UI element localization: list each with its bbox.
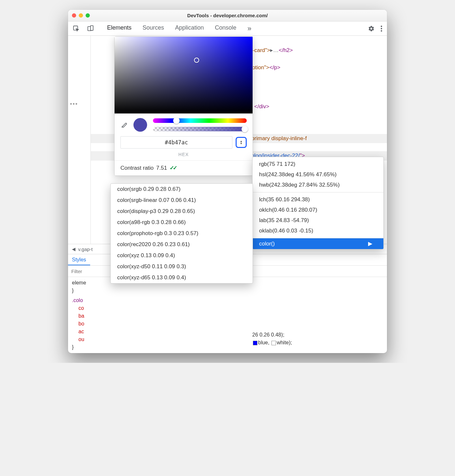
chevron-down-icon: ▼ — [240, 142, 242, 145]
saturation-value-field[interactable] — [115, 37, 253, 113]
submenu-option[interactable]: color(a98-rgb 0.3 0.28 0.66) — [111, 217, 253, 228]
format-option-label: color() — [259, 241, 275, 247]
submenu-option[interactable]: color(xyz-d50 0.11 0.09 0.3) — [111, 261, 253, 272]
tab-application[interactable]: Application — [175, 24, 204, 33]
submenu-option[interactable]: color(display-p3 0.29 0.28 0.65) — [111, 206, 253, 217]
submenu-option[interactable]: color(srgb 0.29 0.28 0.67) — [111, 184, 253, 195]
styles-filter-input[interactable] — [71, 269, 104, 274]
hue-slider[interactable] — [153, 118, 247, 123]
device-toolbar-icon[interactable] — [87, 25, 94, 32]
alpha-slider[interactable] — [153, 127, 247, 131]
color-function-submenu: color(srgb 0.29 0.28 0.67) color(srgb-li… — [110, 183, 253, 284]
tab-styles[interactable]: Styles — [68, 255, 90, 265]
rule-selector: .colo — [72, 298, 83, 303]
rule-selector: eleme — [72, 280, 86, 285]
code-text: … — [273, 47, 279, 53]
svg-point-4 — [381, 28, 382, 29]
format-option[interactable]: hsl(242.38deg 41.56% 47.65%) — [253, 169, 383, 180]
css-property[interactable]: ac — [78, 328, 383, 336]
contrast-row[interactable]: Contrast ratio 7.51 ✓✓ — [115, 161, 253, 176]
hue-thumb[interactable] — [173, 117, 180, 124]
format-option[interactable]: oklch(0.46 0.16 280.07) — [253, 205, 383, 215]
gutter: ••• — [68, 36, 91, 244]
window-controls — [72, 13, 90, 18]
panel-tabs: Elements Sources Application Console » — [107, 24, 251, 33]
code-text: </p> — [269, 64, 280, 71]
hex-input[interactable] — [120, 136, 232, 149]
color-swatch-icon[interactable] — [271, 341, 276, 345]
css-property[interactable]: bo — [78, 320, 383, 328]
format-option[interactable]: rgb(75 71 172) — [253, 159, 383, 169]
devtools-window: DevTools - developer.chrome.com/ Element… — [68, 10, 387, 353]
submenu-option[interactable]: color(srgb-linear 0.07 0.06 0.41) — [111, 195, 253, 206]
tab-elements[interactable]: Elements — [107, 24, 131, 33]
devtools-toolbar: Elements Sources Application Console » — [68, 21, 387, 36]
window-title: DevTools - developer.chrome.com/ — [68, 13, 387, 18]
css-value: white — [277, 340, 289, 345]
format-option[interactable]: lab(35 24.83 -54.79) — [253, 215, 383, 226]
styles-pane[interactable]: eleme } .colo co ba bo ac ou } 26 0.26 0… — [68, 277, 387, 353]
format-option[interactable]: oklab(0.46 0.03 -0.15) — [253, 226, 383, 236]
close-window-button[interactable] — [72, 13, 76, 18]
format-option-selected[interactable]: color() ▶ — [253, 238, 383, 249]
css-value: 26 0.26 0.48); — [252, 332, 284, 337]
titlebar: DevTools - developer.chrome.com/ — [68, 10, 387, 21]
css-value: ); — [289, 340, 292, 345]
tab-console[interactable]: Console — [215, 24, 236, 33]
eyedropper-icon[interactable] — [120, 121, 128, 128]
current-color-swatch — [133, 118, 147, 132]
settings-icon[interactable] — [368, 25, 375, 32]
zoom-window-button[interactable] — [86, 13, 90, 18]
context-ellipsis-icon[interactable]: ••• — [70, 101, 78, 108]
format-option[interactable]: lch(35 60.16 294.38) — [253, 194, 383, 205]
svg-point-5 — [381, 30, 382, 31]
submenu-option[interactable]: color(xyz-d65 0.13 0.09 0.4) — [111, 272, 253, 283]
breadcrumb-item[interactable]: v.gap-t — [78, 246, 93, 252]
chevron-right-icon: ▶ — [368, 240, 372, 247]
color-format-stepper[interactable]: ▲ ▼ — [236, 137, 247, 148]
hex-format-label: HEX — [115, 152, 253, 161]
contrast-label: Contrast ratio — [120, 165, 154, 171]
code-text: r-primary display-inline-f — [248, 135, 307, 141]
submenu-option[interactable]: color(rec2020 0.26 0.23 0.61) — [111, 239, 253, 250]
brace: } — [72, 288, 74, 293]
color-format-menu: rgb(75 71 172) hsl(242.38deg 41.56% 47.6… — [252, 157, 384, 249]
css-property[interactable]: co — [78, 304, 383, 312]
css-property[interactable]: ba — [78, 312, 383, 320]
color-swatch-icon[interactable] — [253, 341, 257, 345]
tab-sources[interactable]: Sources — [143, 24, 164, 33]
svg-point-3 — [381, 25, 382, 27]
kebab-menu-icon[interactable] — [380, 25, 382, 32]
svg-rect-2 — [90, 25, 93, 30]
submenu-option[interactable]: color(prophoto-rgb 0.3 0.23 0.57) — [111, 228, 253, 239]
chevron-left-icon[interactable]: ◀ — [72, 246, 76, 252]
color-picker-popup: ▲ ▼ HEX Contrast ratio 7.51 ✓✓ — [114, 36, 253, 176]
contrast-value: 7.51 — [156, 165, 167, 171]
more-tabs-button[interactable]: » — [247, 24, 251, 33]
css-value: blue — [258, 340, 268, 345]
alpha-thumb[interactable] — [241, 126, 248, 132]
pass-check-icon: ✓✓ — [170, 165, 176, 171]
code-text: </div> — [254, 103, 269, 110]
submenu-option[interactable]: color(xyz 0.13 0.09 0.4) — [111, 250, 253, 261]
code-text: </h2> — [279, 47, 293, 53]
format-option[interactable]: hwb(242.38deg 27.84% 32.55%) — [253, 180, 383, 190]
minimize-window-button[interactable] — [79, 13, 83, 18]
css-property[interactable]: ou — [78, 336, 383, 343]
inspect-element-icon[interactable] — [73, 25, 80, 32]
brace: } — [72, 344, 74, 350]
sv-cursor[interactable] — [194, 58, 199, 63]
